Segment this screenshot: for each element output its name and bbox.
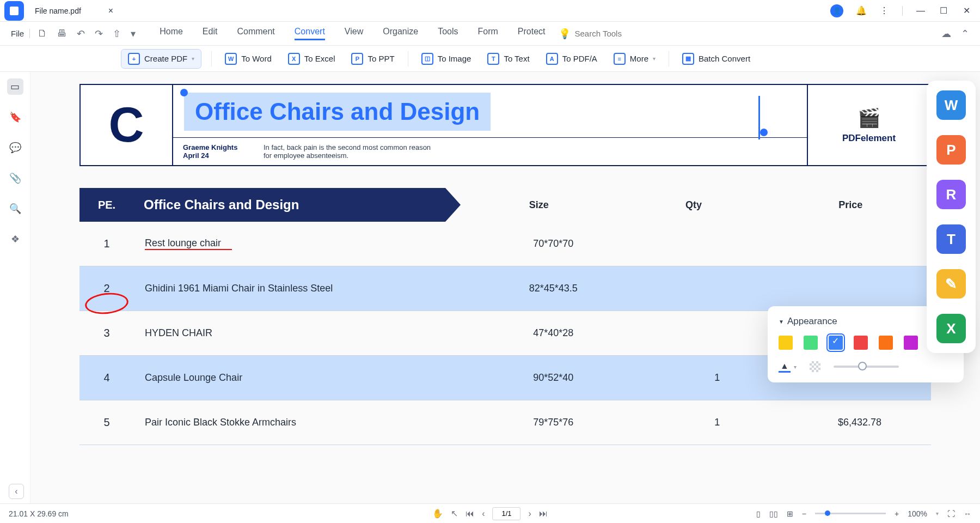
to-ppt-button[interactable]: PTo PPT [348, 51, 397, 67]
file-menu[interactable]: File [5, 29, 30, 38]
logo-c: C [81, 85, 173, 165]
menu-convert[interactable]: Convert [295, 27, 325, 40]
selection-handle-icon[interactable] [180, 89, 188, 96]
two-page-icon[interactable]: ▯▯ [769, 509, 778, 518]
dock-shortcut[interactable]: X [936, 314, 966, 343]
first-page-icon[interactable]: ⏮ [465, 509, 474, 519]
selected-title-text[interactable]: Office Chairs and Design [184, 93, 796, 131]
to-pdfa-button[interactable]: ATo PDF/A [543, 51, 601, 67]
app-logo [4, 1, 24, 21]
fit-width-icon[interactable]: ↔ [964, 509, 971, 518]
zoom-level: 100% [908, 509, 927, 518]
lightbulb-icon: 💡 [559, 28, 571, 40]
col-pe: PE. [79, 199, 134, 211]
redo-icon[interactable]: ↷ [95, 28, 103, 40]
kebab-menu-icon[interactable]: ⋮ [879, 6, 889, 16]
user-avatar-icon[interactable]: 👤 [830, 4, 843, 17]
color-swatch[interactable] [779, 336, 793, 350]
thumbnails-panel-icon[interactable]: ▭ [7, 78, 23, 95]
col-size: Size [529, 199, 549, 211]
table-title: Office Chairs and Design [144, 197, 299, 212]
chair-icon: 🎬 [857, 107, 880, 129]
selection-handle-icon[interactable] [760, 129, 768, 136]
layers-panel-icon[interactable]: ❖ [7, 231, 23, 247]
conversion-dock: WPRT✎X [927, 81, 976, 353]
author-date: April 24 [183, 151, 250, 160]
create-pdf-button[interactable]: + Create PDF ▾ [121, 49, 201, 69]
document-header: C Office Chairs and Design Graeme Knight… [79, 84, 931, 166]
col-qty: Qty [685, 199, 702, 211]
menu-comment[interactable]: Comment [237, 27, 274, 40]
notification-bell-icon[interactable]: 🔔 [856, 6, 866, 16]
last-page-icon[interactable]: ⏭ [539, 509, 548, 519]
select-tool-icon[interactable]: ↖ [451, 508, 458, 519]
menu-protect[interactable]: Protect [518, 27, 546, 40]
zoom-in-icon[interactable]: + [895, 509, 899, 518]
menu-organize[interactable]: Organize [383, 27, 418, 40]
fact-text: In fact, back pain is the second most co… [260, 138, 434, 165]
page-number-input[interactable] [493, 507, 521, 520]
prev-page-icon[interactable]: ‹ [482, 509, 485, 519]
share-icon[interactable]: ⇧ [113, 28, 121, 40]
more-button[interactable]: ≡More▾ [610, 51, 659, 67]
menu-home[interactable]: Home [160, 27, 183, 40]
table-row: 1 Rest lounge chair 70*70*70 [79, 222, 931, 266]
search-panel-icon[interactable]: 🔍 [7, 200, 23, 217]
batch-convert-button[interactable]: ▦Batch Convert [679, 51, 754, 67]
to-text-button[interactable]: TTo Text [484, 51, 532, 67]
cloud-upload-icon[interactable]: ☁ [941, 28, 951, 40]
print-icon[interactable]: 🖶 [57, 28, 67, 40]
tab-close-icon[interactable]: × [108, 6, 113, 16]
collapse-sidebar-icon[interactable]: ‹ [9, 484, 24, 499]
window-minimize-icon[interactable]: — [916, 6, 926, 16]
to-image-button[interactable]: ◫To Image [418, 51, 475, 67]
color-swatch[interactable] [904, 336, 918, 350]
read-mode-icon[interactable]: ⊞ [787, 509, 793, 518]
dock-shortcut[interactable]: T [936, 224, 966, 254]
search-tools-input[interactable] [575, 29, 640, 38]
table-row: 2 Ghidini 1961 Miami Chair in Stainless … [79, 266, 931, 311]
fit-page-icon[interactable]: ⛶ [947, 509, 955, 518]
undo-icon[interactable]: ↶ [77, 28, 85, 40]
chevron-down-icon[interactable]: ▾ [794, 364, 797, 370]
collapse-ribbon-icon[interactable]: ⌃ [961, 28, 969, 40]
zoom-slider[interactable] [815, 513, 886, 514]
comments-panel-icon[interactable]: 💬 [7, 139, 23, 156]
brand-label: PDFelement [842, 133, 896, 144]
plus-icon: + [128, 53, 140, 65]
table-row: 5Pair Iconic Black Stokke Armchairs 79*7… [79, 400, 931, 445]
color-swatch[interactable] [854, 336, 868, 350]
document-tab[interactable]: File name.pdf × [35, 6, 113, 16]
zoom-out-icon[interactable]: − [802, 509, 806, 518]
annotated-underline: Rest lounge chair [145, 238, 221, 250]
to-word-button[interactable]: WTo Word [222, 51, 275, 67]
menu-form[interactable]: Form [478, 27, 498, 40]
save-icon[interactable]: 🗋 [38, 28, 47, 40]
opacity-icon[interactable] [810, 361, 820, 372]
hand-tool-icon[interactable]: ✋ [432, 508, 443, 519]
color-swatch[interactable] [804, 336, 818, 350]
fill-color-icon[interactable]: ▲ [779, 361, 791, 373]
window-close-icon[interactable]: ✕ [961, 6, 971, 16]
chevron-down-icon: ▾ [192, 56, 194, 62]
single-page-icon[interactable]: ▯ [756, 509, 761, 518]
color-swatch[interactable] [879, 336, 893, 350]
dock-shortcut[interactable]: R [936, 180, 966, 209]
qat-dropdown-icon[interactable]: ▾ [131, 28, 136, 40]
opacity-slider[interactable] [834, 366, 899, 368]
dock-shortcut[interactable]: P [936, 135, 966, 165]
menu-edit[interactable]: Edit [203, 27, 218, 40]
col-price: Price [838, 199, 862, 211]
dock-shortcut[interactable]: ✎ [936, 269, 966, 299]
to-excel-button[interactable]: XTo Excel [285, 51, 339, 67]
tab-filename: File name.pdf [35, 7, 81, 15]
window-maximize-icon[interactable]: ☐ [939, 6, 948, 16]
menu-view[interactable]: View [345, 27, 363, 40]
color-swatch[interactable] [829, 336, 843, 350]
attachments-panel-icon[interactable]: 📎 [7, 170, 23, 186]
document-dimensions: 21.01 X 29.69 cm [9, 509, 69, 518]
next-page-icon[interactable]: › [529, 509, 531, 519]
menu-tools[interactable]: Tools [438, 27, 458, 40]
bookmark-panel-icon[interactable]: 🔖 [7, 109, 23, 125]
dock-shortcut[interactable]: W [936, 90, 966, 120]
